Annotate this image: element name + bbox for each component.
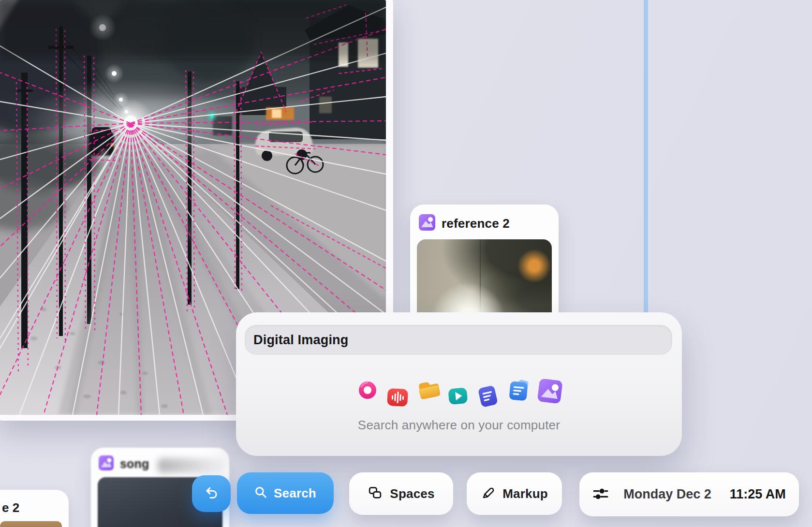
search-button-label: Search [274,486,316,501]
back-button[interactable] [192,475,231,512]
folder-icon [414,375,443,404]
sliders-icon [592,486,609,503]
video-player-icon [446,384,472,410]
overlapping-squares-icon [368,485,383,502]
photos-icon [419,214,435,233]
search-input[interactable]: Digital Imaging [245,325,672,355]
status-time: 11:25 AM [730,487,786,502]
song-card-title: song [120,457,149,471]
markup-button-label: Markup [502,486,548,501]
audio-waveform-icon [385,385,411,411]
donut-icon [355,378,380,402]
search-button[interactable]: Search [237,472,334,514]
spaces-button[interactable]: Spaces [349,472,453,515]
notes-document-icon [475,382,504,411]
search-query-text: Digital Imaging [253,333,349,348]
reference-card-title: reference 2 [442,216,510,231]
markup-button[interactable]: Markup [467,472,562,515]
corner-card[interactable]: e 2 [0,490,69,527]
search-panel: Digital Imaging [236,312,682,456]
search-hint-text: Search anywhere on your computer [236,418,682,433]
canvas-guide-line [644,0,648,314]
datetime-button[interactable]: Monday Dec 2 11:25 AM [579,472,799,516]
text-document-icon [507,378,533,404]
photos-icon [99,455,114,472]
magnifier-icon [254,486,267,500]
spaces-button-label: Spaces [390,486,434,501]
status-date: Monday Dec 2 [623,487,711,502]
app-icons-row [236,376,682,411]
pen-icon [481,485,496,502]
canvas-workspace: reference 2 song e 2 Digital Imaging [0,0,812,527]
corner-card-title: e 2 [2,500,19,515]
corner-thumbnail[interactable] [0,521,62,527]
photos-icon [537,378,564,405]
reference-thumbnail[interactable] [417,239,552,322]
undo-arrow-icon [204,485,220,503]
blurred-title-smear [158,458,225,473]
